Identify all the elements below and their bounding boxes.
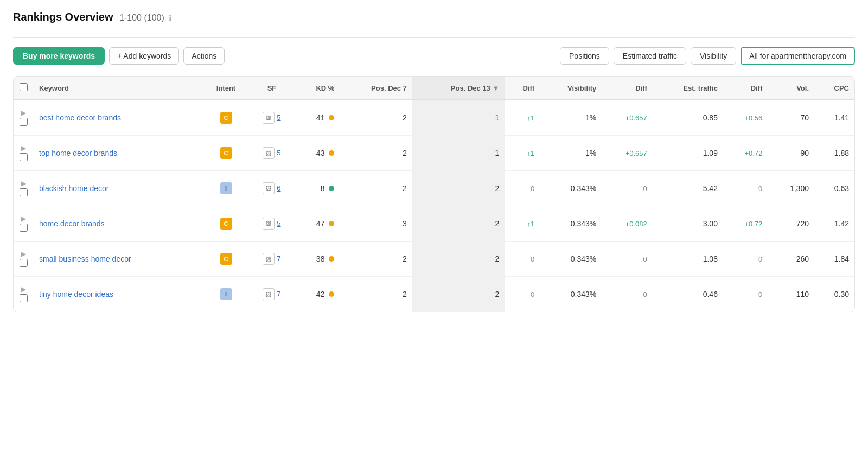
est-traffic-cell: 3.00 [653, 206, 723, 242]
traffic-diff-value: +0.72 [744, 220, 762, 228]
table-row: ▶ best home decor brands C 🖼 5 41 2 1 ↑1… [14, 100, 854, 136]
visibility-tab[interactable]: Visibility [691, 47, 736, 65]
diff-value: ↑1 [527, 114, 534, 122]
pos-dec7-cell: 2 [340, 277, 412, 312]
keyword-link[interactable]: tiny home decor ideas [39, 290, 113, 299]
row-checkbox[interactable] [20, 188, 28, 196]
row-checkbox[interactable] [20, 259, 28, 267]
row-checkbox[interactable] [20, 294, 28, 302]
sf-number[interactable]: 5 [277, 219, 280, 227]
pos-dec13-cell: 2 [412, 206, 505, 242]
expand-row-button[interactable]: ▶ [19, 214, 28, 224]
diff-value: 0 [531, 290, 534, 299]
col-pos-dec7: Pos. Dec 7 [340, 77, 412, 100]
intent-cell: C [202, 242, 249, 277]
sf-image-icon[interactable]: 🖼 [263, 288, 275, 300]
col-sf: SF [250, 77, 295, 100]
row-checkbox[interactable] [20, 118, 28, 126]
row-checkbox[interactable] [20, 224, 28, 232]
kd-cell: 43 [294, 136, 340, 171]
keyword-link[interactable]: home decor brands [39, 219, 105, 228]
visibility-cell: 0.343% [540, 242, 602, 277]
sf-number[interactable]: 5 [277, 149, 280, 157]
diff-value: 0 [531, 185, 534, 193]
toolbar: Buy more keywords + Add keywords Actions… [13, 47, 855, 65]
kd-cell: 42 [294, 277, 340, 312]
sf-cell: 🖼 5 [250, 100, 295, 136]
sf-number[interactable]: 7 [277, 290, 280, 298]
sf-number[interactable]: 7 [277, 255, 280, 263]
vis-diff-cell: +0.657 [602, 136, 653, 171]
cpc-cell: 0.63 [814, 171, 854, 206]
add-keywords-button[interactable]: + Add keywords [109, 47, 179, 65]
kd-dot-yellow [329, 150, 334, 156]
kd-cell: 41 [294, 100, 340, 136]
pos-dec7-cell: 2 [340, 242, 412, 277]
vol-cell: 70 [768, 100, 814, 136]
col-est-traffic: Est. traffic [653, 77, 723, 100]
vol-cell: 90 [768, 136, 814, 171]
kd-dot-yellow [329, 221, 334, 226]
intent-cell: C [202, 100, 249, 136]
visibility-cell: 0.343% [540, 206, 602, 242]
keyword-link[interactable]: top home decor brands [39, 149, 117, 157]
domain-filter-button[interactable]: All for apartmenttherapy.com [741, 47, 855, 65]
est-traffic-cell: 0.85 [653, 100, 723, 136]
traffic-diff-value: 0 [758, 185, 762, 193]
table-row: ▶ top home decor brands C 🖼 5 43 2 1 ↑1 … [14, 136, 854, 171]
expand-row-button[interactable]: ▶ [19, 284, 28, 294]
pos-dec7-cell: 2 [340, 136, 412, 171]
pos-dec13-cell: 2 [412, 277, 505, 312]
col-intent: Intent [202, 77, 249, 100]
sf-cell: 🖼 6 [250, 171, 295, 206]
pos-dec13-cell: 2 [412, 171, 505, 206]
kd-cell: 38 [294, 242, 340, 277]
actions-button[interactable]: Actions [183, 47, 225, 65]
traffic-diff-cell: 0 [723, 171, 768, 206]
cpc-cell: 1.84 [814, 242, 854, 277]
col-visibility: Visibility [540, 77, 602, 100]
expand-row-button[interactable]: ▶ [19, 249, 28, 259]
vis-diff-value: +0.657 [626, 114, 647, 122]
diff-cell: ↑1 [505, 100, 540, 136]
estimated-traffic-tab[interactable]: Estimated traffic [614, 47, 686, 65]
sf-image-icon[interactable]: 🖼 [263, 182, 275, 194]
rankings-table: Keyword Intent SF KD % Pos. Dec 7 Pos. D… [13, 76, 855, 312]
cpc-cell: 1.41 [814, 100, 854, 136]
keyword-link[interactable]: best home decor brands [39, 113, 121, 122]
row-checkbox[interactable] [20, 153, 28, 161]
sf-image-icon[interactable]: 🖼 [263, 218, 275, 230]
select-all-checkbox[interactable] [20, 83, 28, 91]
sf-image-icon[interactable]: 🖼 [263, 112, 275, 124]
expand-row-button[interactable]: ▶ [19, 179, 28, 188]
table-row: ▶ tiny home decor ideas I 🖼 7 42 2 2 0 0… [14, 277, 854, 312]
positions-tab[interactable]: Positions [560, 47, 609, 65]
keyword-cell: small business home decor [34, 242, 202, 277]
sf-number[interactable]: 6 [277, 184, 280, 192]
intent-cell: C [202, 136, 249, 171]
visibility-cell: 0.343% [540, 171, 602, 206]
col-pos-dec13[interactable]: Pos. Dec 13 ▼ [412, 77, 505, 100]
col-cpc: CPC [814, 77, 854, 100]
buy-more-keywords-button[interactable]: Buy more keywords [13, 47, 105, 65]
expand-row-button[interactable]: ▶ [19, 108, 28, 118]
kd-dot-yellow [329, 291, 334, 297]
kd-cell: 8 [294, 171, 340, 206]
pos-dec7-cell: 2 [340, 171, 412, 206]
traffic-diff-cell: 0 [723, 242, 768, 277]
info-icon[interactable]: ℹ [169, 14, 171, 22]
traffic-diff-value: +0.56 [744, 114, 762, 122]
keyword-link[interactable]: small business home decor [39, 255, 131, 263]
diff-cell: 0 [505, 277, 540, 312]
est-traffic-cell: 1.08 [653, 242, 723, 277]
col-diff: Diff [505, 77, 540, 100]
traffic-diff-value: +0.72 [744, 149, 762, 157]
table-row: ▶ blackish home decor I 🖼 6 8 2 2 0 0.34… [14, 171, 854, 206]
expand-row-button[interactable]: ▶ [19, 143, 28, 153]
sf-image-icon[interactable]: 🖼 [263, 147, 275, 159]
vis-diff-cell: 0 [602, 277, 653, 312]
sf-number[interactable]: 5 [277, 113, 280, 122]
sf-image-icon[interactable]: 🖼 [263, 253, 275, 265]
traffic-diff-cell: +0.72 [723, 136, 768, 171]
keyword-link[interactable]: blackish home decor [39, 184, 108, 193]
